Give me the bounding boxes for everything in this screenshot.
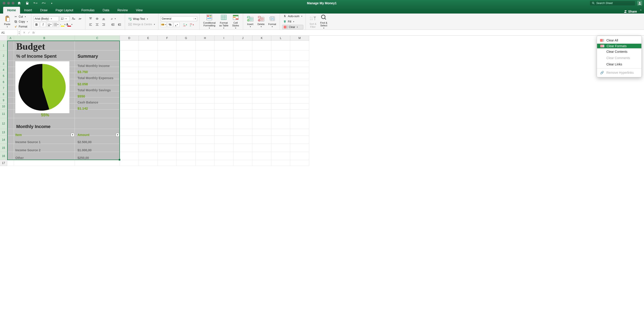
- row-header[interactable]: 16: [0, 152, 7, 160]
- cell[interactable]: [139, 104, 158, 110]
- cell[interactable]: [75, 97, 120, 104]
- cell[interactable]: [75, 129, 120, 136]
- cell[interactable]: [196, 152, 214, 160]
- cell[interactable]: [252, 160, 271, 166]
- tab-view[interactable]: View: [132, 7, 147, 14]
- orientation-button[interactable]: ab: [110, 16, 116, 21]
- cell[interactable]: [290, 85, 309, 91]
- cell[interactable]: [158, 110, 177, 118]
- column-header[interactable]: I: [214, 36, 234, 41]
- undo-icon[interactable]: ▾: [33, 1, 38, 5]
- column-header[interactable]: J: [234, 36, 252, 41]
- cell[interactable]: [234, 61, 252, 67]
- cell[interactable]: [234, 73, 252, 79]
- cell[interactable]: [196, 144, 214, 152]
- cell[interactable]: [14, 41, 75, 51]
- cell[interactable]: [214, 104, 234, 110]
- cell[interactable]: [214, 144, 234, 152]
- cell[interactable]: [290, 67, 309, 73]
- cell[interactable]: [177, 61, 196, 67]
- cell[interactable]: [139, 85, 158, 91]
- cell[interactable]: [75, 144, 120, 152]
- cell[interactable]: [252, 85, 271, 91]
- cell[interactable]: [158, 160, 177, 166]
- cell[interactable]: [14, 73, 75, 79]
- cell[interactable]: [290, 79, 309, 85]
- tab-draw[interactable]: Draw: [36, 7, 52, 14]
- tab-data[interactable]: Data: [99, 7, 114, 14]
- decrease-decimal-button[interactable]: .00.0: [189, 22, 195, 27]
- comma-button[interactable]: ,: [174, 22, 180, 27]
- cell[interactable]: [158, 136, 177, 144]
- align-left-button[interactable]: [88, 22, 94, 27]
- cell[interactable]: [234, 144, 252, 152]
- cell[interactable]: [158, 51, 177, 61]
- cell[interactable]: [196, 79, 214, 85]
- row-header[interactable]: 13: [0, 129, 7, 136]
- cell[interactable]: [290, 91, 309, 97]
- cell[interactable]: [14, 152, 75, 160]
- zoom-window-icon[interactable]: [12, 2, 14, 5]
- cell[interactable]: [7, 152, 14, 160]
- italic-button[interactable]: I: [40, 22, 46, 27]
- cell-styles-button[interactable]: Cell Styles▾: [231, 13, 241, 30]
- minimize-window-icon[interactable]: [7, 2, 10, 5]
- cut-button[interactable]: ✂︎Cut: [13, 15, 29, 19]
- clear-contents-item[interactable]: Clear Contents: [597, 49, 642, 55]
- cell[interactable]: [214, 136, 234, 144]
- cell[interactable]: [7, 118, 14, 129]
- cell[interactable]: [214, 129, 234, 136]
- cell[interactable]: [14, 61, 75, 67]
- cell[interactable]: [120, 136, 139, 144]
- font-name-select[interactable]: Arial (Body)▾: [34, 16, 59, 21]
- cell[interactable]: [196, 41, 214, 51]
- cell[interactable]: [290, 104, 309, 110]
- cell[interactable]: [196, 85, 214, 91]
- cell[interactable]: [120, 85, 139, 91]
- clear-all-item[interactable]: Clear All: [597, 37, 642, 44]
- cell[interactable]: [214, 61, 234, 67]
- cell[interactable]: [7, 67, 14, 73]
- cell[interactable]: [139, 41, 158, 51]
- decrease-indent-button[interactable]: [110, 22, 116, 27]
- cell[interactable]: [177, 160, 196, 166]
- cell[interactable]: [139, 97, 158, 104]
- share-button[interactable]: Share: [624, 10, 637, 13]
- tab-home[interactable]: Home: [3, 7, 20, 14]
- font-color-button[interactable]: A▾: [66, 22, 72, 27]
- cell[interactable]: [139, 118, 158, 129]
- cell[interactable]: [234, 152, 252, 160]
- cell[interactable]: [252, 61, 271, 67]
- cell[interactable]: [234, 104, 252, 110]
- cell[interactable]: [252, 136, 271, 144]
- cell[interactable]: [252, 79, 271, 85]
- cell[interactable]: [177, 152, 196, 160]
- cell[interactable]: [290, 136, 309, 144]
- cell[interactable]: [214, 110, 234, 118]
- cell[interactable]: [177, 79, 196, 85]
- cell[interactable]: [271, 85, 290, 91]
- cell[interactable]: [7, 79, 14, 85]
- cell[interactable]: [139, 51, 158, 61]
- cell[interactable]: [234, 51, 252, 61]
- name-box[interactable]: A1: [0, 30, 18, 35]
- cell[interactable]: [214, 91, 234, 97]
- cell[interactable]: [139, 144, 158, 152]
- cell[interactable]: [252, 97, 271, 104]
- cell[interactable]: [177, 144, 196, 152]
- cell[interactable]: [120, 79, 139, 85]
- cell[interactable]: [234, 91, 252, 97]
- cell[interactable]: [234, 97, 252, 104]
- cell[interactable]: [252, 41, 271, 51]
- cell[interactable]: [271, 67, 290, 73]
- home-icon[interactable]: [17, 1, 21, 5]
- filter-amount-icon[interactable]: ▼: [116, 133, 120, 137]
- cell[interactable]: [120, 67, 139, 73]
- name-box-dropdown[interactable]: ▴▾: [18, 30, 21, 35]
- column-header[interactable]: L: [271, 36, 290, 41]
- row-header[interactable]: 5: [0, 73, 7, 79]
- column-header[interactable]: K: [252, 36, 271, 41]
- select-all-corner[interactable]: [0, 36, 7, 41]
- cell[interactable]: [214, 67, 234, 73]
- cell[interactable]: [14, 104, 75, 110]
